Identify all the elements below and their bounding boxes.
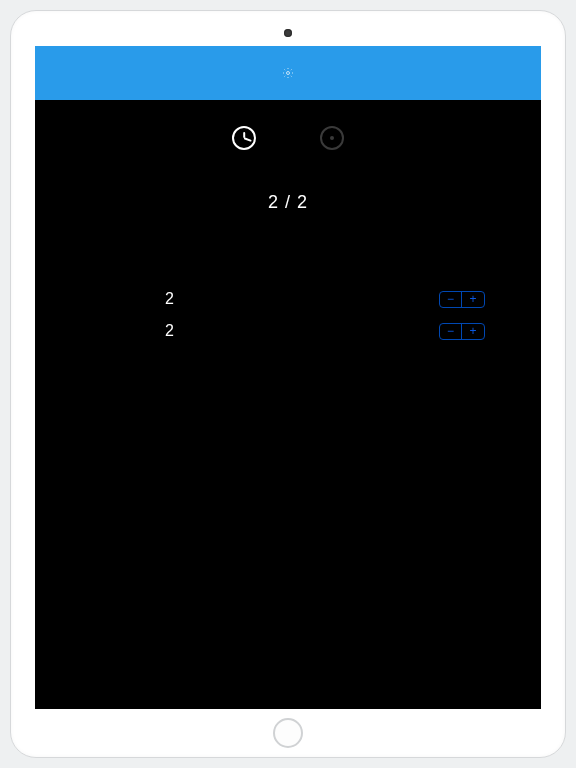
stepper-control: − + — [439, 323, 485, 340]
row-value: 2 — [165, 322, 174, 340]
decrement-button[interactable]: − — [440, 324, 462, 339]
svg-point-0 — [287, 72, 290, 75]
increment-button[interactable]: + — [462, 324, 484, 339]
device-camera — [284, 29, 292, 37]
row-value: 2 — [165, 290, 174, 308]
settings-icon[interactable] — [282, 67, 294, 79]
ipad-frame: 2 / 2 2 − + 2 − + — [10, 10, 566, 758]
sun-icon — [330, 136, 334, 140]
clock-icon — [234, 128, 254, 148]
ratio-display: 2 / 2 — [35, 192, 541, 213]
decrement-button[interactable]: − — [440, 292, 462, 307]
time-mode-tab[interactable] — [232, 126, 256, 150]
setting-row: 2 − + — [35, 283, 541, 315]
content-area: 2 / 2 2 − + 2 − + — [35, 126, 541, 347]
home-button[interactable] — [273, 718, 303, 748]
settings-rows: 2 − + 2 − + — [35, 283, 541, 347]
mode-tabs — [35, 126, 541, 150]
brightness-mode-tab[interactable] — [320, 126, 344, 150]
stepper-control: − + — [439, 291, 485, 308]
setting-row: 2 − + — [35, 315, 541, 347]
app-screen: 2 / 2 2 − + 2 − + — [35, 46, 541, 709]
header-bar — [35, 46, 541, 100]
increment-button[interactable]: + — [462, 292, 484, 307]
